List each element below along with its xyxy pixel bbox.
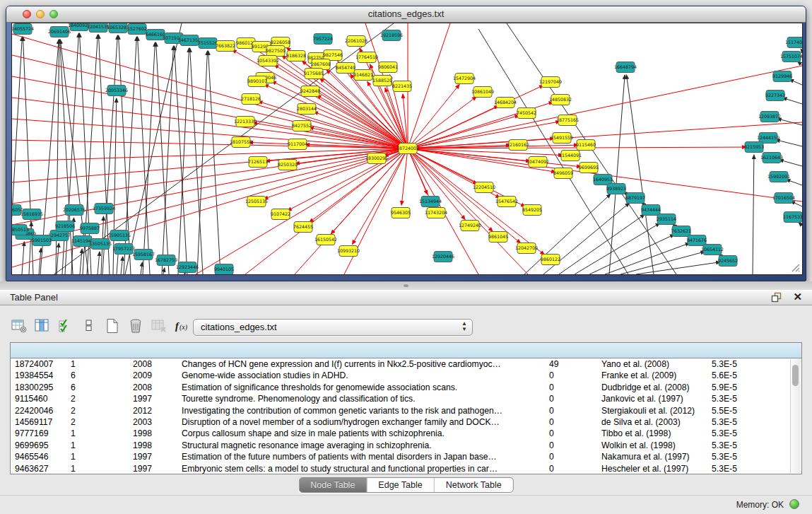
graph-node[interactable]: 9242848	[300, 86, 320, 97]
graph-node[interactable]: 15905135	[108, 230, 131, 241]
table-row[interactable]: 946362711997Embryonic stem cells: a mode…	[11, 463, 801, 474]
graph-node[interactable]: 15958167	[132, 250, 155, 260]
graph-node[interactable]: 17359924	[93, 204, 115, 214]
row-height-icon[interactable]	[80, 317, 98, 335]
graph-node[interactable]: 16850513	[12, 225, 29, 235]
graph-node[interactable]: 1167533	[783, 212, 802, 223]
tab-network-table[interactable]: Network Table	[435, 478, 513, 492]
graph-node[interactable]: 9975887	[80, 223, 100, 234]
graph-node[interactable]: 16648794	[614, 62, 637, 73]
graph-node[interactable]: 9861045	[488, 232, 508, 243]
graph-node[interactable]: 9175685	[304, 69, 324, 79]
graph-node[interactable]: 9117004	[288, 139, 307, 150]
graph-node[interactable]: 8496059	[553, 168, 573, 179]
close-panel-icon[interactable]: ✕	[793, 291, 802, 303]
graph-node[interactable]: 9827509	[266, 46, 286, 57]
graph-node[interactable]: 15472904	[453, 74, 476, 84]
graph-node[interactable]: 9218506	[55, 221, 75, 232]
graph-node[interactable]: 16782759	[155, 255, 177, 266]
graph-node[interactable]: 15816935	[20, 209, 43, 220]
graph-node[interactable]: 8471676	[687, 235, 707, 246]
graph-node[interactable]: 10993210	[337, 246, 360, 257]
scrollbar-thumb[interactable]	[792, 365, 799, 386]
new-file-icon[interactable]	[103, 317, 122, 335]
graph-node[interactable]: 2803144	[297, 104, 317, 115]
delete-table-icon[interactable]	[150, 317, 168, 335]
graph-node[interactable]: 8221435	[392, 81, 412, 92]
table-row[interactable]: 977716911998Corpus callosum shape and si…	[11, 428, 801, 439]
table-row[interactable]: 2242004622012Investigating the contribut…	[11, 405, 801, 416]
show-columns-icon[interactable]	[33, 317, 52, 335]
graph-node[interactable]: 9227343	[765, 90, 785, 101]
panel-divider-handle[interactable]	[404, 284, 408, 287]
graph-node[interactable]: 1588520	[372, 76, 392, 86]
table-selector-dropdown[interactable]: citations_edges.txt ▲▼	[193, 319, 473, 336]
graph-node[interactable]: 15751074	[780, 52, 802, 62]
graph-node[interactable]: 12505135	[245, 197, 268, 207]
graph-node[interactable]: 12093872	[758, 112, 781, 122]
network-canvas[interactable]: 1405572420691406184009251204153910653287…	[11, 23, 803, 275]
graph-node[interactable]: 6879197	[625, 193, 645, 204]
graph-node[interactable]: 11544091	[559, 151, 582, 161]
graph-node[interactable]: 10861049	[471, 87, 494, 98]
resize-grip-icon[interactable]	[790, 262, 800, 272]
graph-node[interactable]: 7663822	[216, 41, 235, 52]
graph-node[interactable]: 17764510	[355, 52, 378, 63]
graph-node[interactable]: 16150542	[314, 235, 337, 245]
graph-node[interactable]: 8427552	[292, 121, 312, 132]
graph-node[interactable]: 9890107	[247, 76, 267, 87]
graph-node[interactable]: 12042709	[515, 243, 538, 254]
graph-node[interactable]: 7126513	[248, 157, 268, 168]
table-row[interactable]: 1938455462009Genome-wide association stu…	[11, 370, 801, 381]
graph-node[interactable]: 8250320	[278, 160, 298, 170]
graph-node[interactable]: 9699695	[579, 163, 599, 173]
graph-node[interactable]: 9546305	[391, 208, 411, 218]
graph-node[interactable]: 9146821	[353, 70, 373, 81]
graph-node[interactable]: 14055724	[12, 24, 34, 35]
graph-node[interactable]: 9474444	[641, 205, 661, 216]
graph-node[interactable]: 9940105	[214, 264, 234, 275]
graph-node[interactable]: 22061028	[345, 36, 367, 47]
graph-node[interactable]: 15476542	[495, 197, 518, 207]
graph-node[interactable]: 9806041	[378, 62, 398, 73]
table-row[interactable]: 1872400712008Changes of HCN gene express…	[11, 358, 801, 370]
graph-node[interactable]: 18300295	[365, 153, 388, 164]
graph-node[interactable]: 7515526	[198, 38, 218, 49]
graph-node[interactable]: 12204510	[473, 182, 495, 193]
function-icon[interactable]: f(x)	[173, 317, 192, 335]
graph-node[interactable]: 8454749	[336, 63, 355, 74]
graph-node[interactable]: 11743204	[425, 208, 447, 218]
graph-node[interactable]: 10474092	[526, 157, 549, 168]
table-row[interactable]: 911546021997Tourette syndrome. Phenomeno…	[11, 393, 801, 404]
graph-node[interactable]: 19218596	[380, 30, 403, 41]
graph-node[interactable]: 5901503	[32, 235, 52, 246]
table-row[interactable]: 946554611997Estimation of the future num…	[11, 451, 801, 462]
graph-node[interactable]: 12920446	[432, 252, 454, 262]
graph-node[interactable]: 9860122	[541, 255, 560, 265]
graph-node[interactable]: 8215953	[744, 142, 764, 153]
graph-node[interactable]: 13505135	[89, 239, 112, 250]
graph-node[interactable]: 14850832	[549, 95, 572, 105]
delete-trash-icon[interactable]	[126, 317, 145, 335]
table-row[interactable]: 969969511998Structural magnetic resonanc…	[11, 440, 801, 451]
graph-node[interactable]: 15491559	[551, 133, 573, 144]
graph-node[interactable]: 12160162	[507, 140, 529, 151]
tab-node-table[interactable]: Node Table	[299, 478, 367, 492]
graph-node[interactable]: 20691406	[48, 27, 71, 37]
float-panel-icon[interactable]	[771, 292, 782, 303]
table-row[interactable]: 1456911722003Disruption of a novel membe…	[11, 416, 801, 428]
graph-node[interactable]: 12923446	[176, 262, 199, 273]
graph-node[interactable]: 8938923	[606, 184, 626, 194]
graph-node[interactable]: 9115460	[576, 140, 596, 151]
graph-node[interactable]: 12749240	[459, 221, 481, 231]
graph-node[interactable]: 12197049	[539, 77, 562, 88]
tab-edge-table[interactable]: Edge Table	[367, 478, 434, 492]
graph-node[interactable]: 9245652	[718, 256, 738, 267]
graph-node[interactable]: 2718126	[241, 94, 261, 105]
graph-node[interactable]: 7624455	[293, 222, 313, 233]
graph-node[interactable]: 20053346	[105, 86, 128, 96]
graph-node[interactable]: 12213339	[234, 117, 257, 127]
table-scrollbar[interactable]	[790, 359, 801, 473]
graph-node[interactable]: 16210643	[760, 153, 783, 163]
graph-node[interactable]: 9129946	[772, 71, 792, 82]
